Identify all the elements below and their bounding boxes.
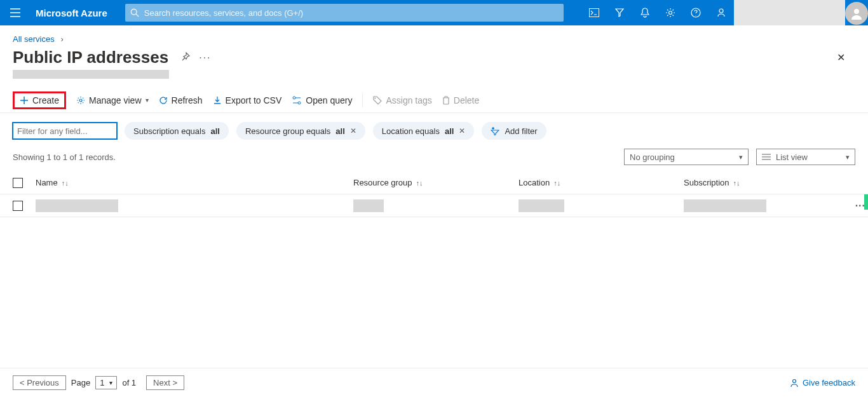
- assign-tags-label: Assign tags: [386, 95, 431, 105]
- content-area: All services › Public IP addresses ··· ✕…: [0, 25, 868, 397]
- svg-point-6: [854, 9, 859, 14]
- create-button[interactable]: Create: [20, 95, 59, 105]
- chevron-down-icon: ▾: [146, 97, 149, 104]
- svg-point-9: [298, 102, 301, 104]
- cell-sub-redacted: [684, 199, 766, 212]
- refresh-button[interactable]: Refresh: [159, 95, 203, 105]
- refresh-icon: [159, 96, 168, 105]
- refresh-label: Refresh: [172, 95, 203, 105]
- search-input[interactable]: [144, 8, 559, 18]
- add-filter-label: Add filter: [505, 126, 537, 136]
- row-checkbox[interactable]: [13, 201, 23, 211]
- open-query-label: Open query: [306, 95, 352, 105]
- give-feedback-link[interactable]: Give feedback: [790, 378, 855, 387]
- select-all-checkbox[interactable]: [13, 178, 23, 188]
- settings-icon[interactable]: [658, 0, 683, 25]
- menu-icon[interactable]: [0, 8, 31, 17]
- breadcrumb-parent-link[interactable]: All services: [13, 34, 55, 44]
- previous-button[interactable]: < Previous: [13, 375, 66, 390]
- tag-icon: [373, 96, 382, 105]
- svg-point-0: [131, 9, 137, 15]
- table-row[interactable]: ···: [0, 194, 868, 217]
- open-query-button[interactable]: Open query: [292, 95, 352, 105]
- delete-button[interactable]: Delete: [442, 95, 479, 105]
- column-header-subscription[interactable]: Subscription↑↓: [684, 178, 855, 187]
- pin-icon[interactable]: [181, 52, 190, 64]
- search-bar[interactable]: [125, 4, 564, 22]
- trash-icon: [442, 96, 450, 105]
- grouping-value: No grouping: [630, 152, 675, 162]
- filter-pill-subscription[interactable]: Subscription equals all: [125, 122, 229, 140]
- svg-point-11: [792, 379, 796, 382]
- add-filter-button[interactable]: Add filter: [482, 122, 546, 140]
- page-label: Page: [71, 378, 90, 387]
- page-select[interactable]: 1 ▾: [95, 376, 117, 389]
- brand-label[interactable]: Microsoft Azure: [31, 8, 125, 18]
- query-icon: [292, 96, 302, 105]
- filter-pill-resource-group[interactable]: Resource group equals all ✕: [236, 122, 365, 140]
- plus-icon: [20, 96, 29, 105]
- add-filter-icon: [491, 126, 499, 135]
- filter-pill-location[interactable]: Location equals all ✕: [373, 122, 475, 140]
- sort-icon: ↑↓: [416, 179, 423, 187]
- svg-point-7: [79, 99, 82, 102]
- notifications-icon[interactable]: [632, 0, 658, 25]
- filter-pill-rg-value: all: [336, 126, 344, 136]
- delete-label: Delete: [454, 95, 479, 105]
- sort-icon: ↑↓: [733, 179, 740, 187]
- feedback-person-icon: [790, 379, 799, 387]
- chevron-down-icon: ▾: [739, 153, 743, 161]
- column-header-resource-group[interactable]: Resource group↑↓: [353, 178, 519, 187]
- command-bar: Create Manage view ▾ Refresh Export to C…: [0, 88, 868, 113]
- page-total: of 1: [122, 378, 136, 387]
- search-icon: [130, 8, 139, 17]
- subtitle-redacted: [13, 70, 169, 79]
- cell-name-redacted: [36, 199, 118, 212]
- account-area-placeholder: [734, 0, 845, 25]
- cloud-shell-icon[interactable]: [581, 0, 607, 25]
- filter-pill-loc-value: all: [445, 126, 454, 136]
- next-button[interactable]: Next >: [146, 375, 184, 390]
- avatar[interactable]: [845, 2, 868, 25]
- results-summary: Showing 1 to 1 of 1 records.: [13, 152, 116, 162]
- filter-pill-subscription-value: all: [210, 126, 219, 136]
- page-number: 1: [100, 378, 104, 387]
- filter-row: Subscription equals all Resource group e…: [0, 113, 868, 140]
- more-icon[interactable]: ···: [199, 52, 211, 64]
- grouping-dropdown[interactable]: No grouping ▾: [624, 149, 749, 165]
- toolbar-divider: [362, 93, 363, 107]
- feedback-icon[interactable]: [709, 0, 734, 25]
- view-value: List view: [776, 152, 808, 162]
- filter-input[interactable]: [13, 123, 117, 139]
- footer: < Previous Page 1 ▾ of 1 Next > Give fee…: [0, 368, 868, 397]
- results-row: Showing 1 to 1 of 1 records. No grouping…: [0, 140, 868, 165]
- feedback-label: Give feedback: [803, 378, 855, 387]
- remove-filter-icon[interactable]: ✕: [459, 126, 465, 135]
- cell-rg-redacted: [353, 199, 384, 212]
- download-icon: [213, 96, 222, 105]
- top-bar: Microsoft Azure: [0, 0, 868, 25]
- manage-view-button[interactable]: Manage view ▾: [76, 95, 149, 105]
- export-csv-button[interactable]: Export to CSV: [213, 95, 282, 105]
- chevron-right-icon: ›: [60, 34, 63, 44]
- view-dropdown[interactable]: List view ▾: [756, 149, 855, 165]
- filter-pill-loc-prefix: Location equals: [382, 126, 440, 136]
- assign-tags-button[interactable]: Assign tags: [373, 95, 431, 105]
- cell-loc-redacted: [519, 199, 564, 212]
- svg-point-3: [669, 11, 672, 15]
- remove-filter-icon[interactable]: ✕: [350, 126, 356, 135]
- table-header: Name↑↓ Resource group↑↓ Location↑↓ Subsc…: [0, 172, 868, 194]
- column-header-name[interactable]: Name↑↓: [36, 178, 353, 187]
- create-label: Create: [32, 95, 59, 105]
- topbar-actions: [581, 0, 734, 25]
- help-icon[interactable]: [683, 0, 709, 25]
- directory-filter-icon[interactable]: [607, 0, 632, 25]
- close-icon[interactable]: ✕: [837, 51, 845, 64]
- gear-icon: [76, 96, 85, 105]
- chevron-down-icon: ▾: [846, 153, 850, 161]
- title-row: Public IP addresses ··· ✕: [0, 46, 868, 67]
- svg-rect-2: [590, 9, 599, 17]
- export-csv-label: Export to CSV: [226, 95, 282, 105]
- create-button-highlight: Create: [13, 91, 66, 109]
- column-header-location[interactable]: Location↑↓: [519, 178, 684, 187]
